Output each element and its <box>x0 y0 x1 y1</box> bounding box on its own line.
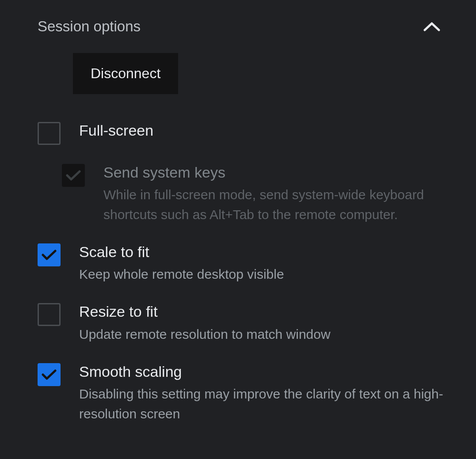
check-icon <box>66 170 81 181</box>
scale-to-fit-text: Scale to fit Keep whole remote desktop v… <box>79 242 463 284</box>
smooth-scaling-description: Disabling this setting may improve the c… <box>79 384 463 424</box>
section-title: Session options <box>38 18 141 35</box>
smooth-scaling-checkbox[interactable] <box>38 363 61 386</box>
send-system-keys-description: While in full-screen mode, send system-w… <box>103 185 463 224</box>
full-screen-checkbox[interactable] <box>38 122 61 145</box>
scale-to-fit-description: Keep whole remote desktop visible <box>79 264 463 284</box>
resize-to-fit-option[interactable]: Resize to fit Update remote resolution t… <box>0 293 476 353</box>
send-system-keys-label: Send system keys <box>103 163 463 182</box>
check-icon <box>42 369 57 380</box>
resize-to-fit-checkbox[interactable] <box>38 303 61 326</box>
send-system-keys-text: Send system keys While in full-screen mo… <box>103 163 463 224</box>
full-screen-text: Full-screen <box>79 121 463 140</box>
disconnect-button[interactable]: Disconnect <box>73 53 178 94</box>
session-options-header: Session options <box>0 0 476 49</box>
scale-to-fit-label: Scale to fit <box>79 242 463 262</box>
check-icon <box>42 249 57 261</box>
chevron-up-icon[interactable] <box>423 18 441 35</box>
send-system-keys-checkbox <box>62 164 85 187</box>
resize-to-fit-text: Resize to fit Update remote resolution t… <box>79 302 463 344</box>
smooth-scaling-option[interactable]: Smooth scaling Disabling this setting ma… <box>0 353 476 432</box>
send-system-keys-option: Send system keys While in full-screen mo… <box>0 154 476 233</box>
resize-to-fit-description: Update remote resolution to match window <box>79 324 463 344</box>
full-screen-label: Full-screen <box>79 121 463 140</box>
full-screen-option[interactable]: Full-screen <box>0 112 476 154</box>
resize-to-fit-label: Resize to fit <box>79 302 463 321</box>
scale-to-fit-option[interactable]: Scale to fit Keep whole remote desktop v… <box>0 233 476 293</box>
scale-to-fit-checkbox[interactable] <box>38 243 61 266</box>
chevron-up-icon-svg <box>423 21 440 32</box>
smooth-scaling-text: Smooth scaling Disabling this setting ma… <box>79 362 463 424</box>
smooth-scaling-label: Smooth scaling <box>79 362 463 381</box>
